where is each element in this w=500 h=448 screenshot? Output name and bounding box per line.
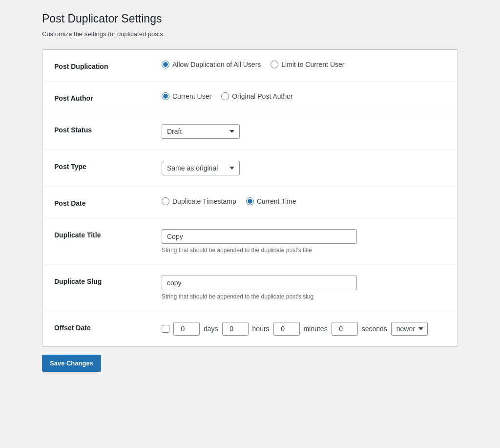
offset-date-label: Offset Date (54, 322, 162, 332)
post-duplication-all-users-radio[interactable] (162, 61, 169, 68)
post-author-radio-group: Current User Original Post Author (162, 92, 446, 100)
post-date-duplicate-timestamp-option[interactable]: Duplicate Timestamp (162, 197, 236, 205)
post-author-current-user-label: Current User (172, 92, 211, 100)
duplicate-slug-description: String that should be appended to the du… (162, 293, 446, 300)
settings-form: Post Duplication Allow Duplication of Al… (42, 49, 458, 347)
offset-date-inputs: days hours minutes seconds newer older (162, 322, 446, 336)
offset-direction-select[interactable]: newer older (391, 322, 428, 336)
post-status-row: Post Status Draft Published Pending Priv… (42, 113, 458, 150)
page-title: Post Duplicator Settings (42, 12, 458, 26)
duplicate-title-control: String that should be appended to the du… (162, 229, 446, 254)
duplicate-title-description: String that should be appended to the du… (162, 247, 446, 254)
post-duplication-all-users-label: Allow Duplication of All Users (172, 61, 261, 68)
duplicate-title-row: Duplicate Title String that should be ap… (42, 218, 458, 265)
duplicate-slug-control: String that should be appended to the du… (162, 276, 446, 300)
duplicate-title-input[interactable] (162, 229, 357, 244)
post-date-duplicate-timestamp-label: Duplicate Timestamp (172, 197, 236, 205)
post-author-original-option[interactable]: Original Post Author (221, 92, 293, 100)
duplicate-title-label: Duplicate Title (54, 229, 162, 239)
offset-date-checkbox[interactable] (162, 325, 169, 333)
post-author-current-user-radio[interactable] (162, 92, 169, 100)
post-author-original-label: Original Post Author (232, 92, 293, 100)
post-date-current-time-label: Current Time (257, 197, 296, 205)
post-date-radio-group: Duplicate Timestamp Current Time (162, 197, 446, 205)
post-type-row: Post Type Same as original Post Page (42, 150, 458, 187)
post-duplication-all-users-option[interactable]: Allow Duplication of All Users (162, 61, 261, 68)
post-date-row: Post Date Duplicate Timestamp Current Ti… (42, 187, 458, 218)
post-author-original-radio[interactable] (221, 92, 229, 100)
post-type-select[interactable]: Same as original Post Page (162, 161, 240, 175)
page-subtitle: Customize the settings for duplicated po… (42, 30, 458, 38)
post-author-current-user-option[interactable]: Current User (162, 92, 211, 100)
offset-seconds-input[interactable] (332, 322, 358, 336)
post-duplication-current-user-radio[interactable] (271, 61, 278, 68)
post-duplication-row: Post Duplication Allow Duplication of Al… (42, 50, 458, 82)
duplicate-slug-row: Duplicate Slug String that should be app… (42, 265, 458, 311)
offset-seconds-label: seconds (362, 325, 387, 333)
duplicate-slug-input[interactable] (162, 276, 357, 290)
post-author-control: Current User Original Post Author (162, 92, 446, 100)
post-status-control: Draft Published Pending Private (162, 124, 446, 139)
offset-hours-input[interactable] (222, 322, 249, 336)
post-author-row: Post Author Current User Original Post A… (42, 82, 458, 113)
post-date-current-time-option[interactable]: Current Time (246, 197, 296, 205)
post-date-control: Duplicate Timestamp Current Time (162, 197, 446, 205)
post-author-label: Post Author (54, 92, 162, 102)
post-duplication-current-user-label: Limit to Current User (281, 61, 344, 68)
page-container: Post Duplicator Settings Customize the s… (30, 0, 470, 384)
offset-minutes-label: minutes (304, 325, 328, 333)
post-date-duplicate-timestamp-radio[interactable] (162, 197, 169, 205)
offset-days-label: days (204, 325, 218, 333)
offset-days-input[interactable] (173, 322, 200, 336)
post-duplication-control: Allow Duplication of All Users Limit to … (162, 61, 446, 68)
post-status-select[interactable]: Draft Published Pending Private (162, 124, 240, 139)
offset-hours-label: hours (252, 325, 270, 333)
post-date-label: Post Date (54, 197, 162, 207)
offset-minutes-input[interactable] (273, 322, 300, 336)
post-type-control: Same as original Post Page (162, 161, 446, 175)
post-duplication-radio-group: Allow Duplication of All Users Limit to … (162, 61, 446, 68)
post-type-label: Post Type (54, 161, 162, 171)
save-changes-button[interactable]: Save Changes (42, 355, 101, 372)
offset-date-row: Offset Date days hours minutes seconds n… (42, 311, 458, 346)
post-duplication-current-user-option[interactable]: Limit to Current User (271, 61, 344, 68)
post-date-current-time-radio[interactable] (246, 197, 254, 205)
post-status-label: Post Status (54, 124, 162, 134)
post-duplication-label: Post Duplication (54, 61, 162, 70)
duplicate-slug-label: Duplicate Slug (54, 276, 162, 285)
offset-date-control: days hours minutes seconds newer older (162, 322, 446, 336)
